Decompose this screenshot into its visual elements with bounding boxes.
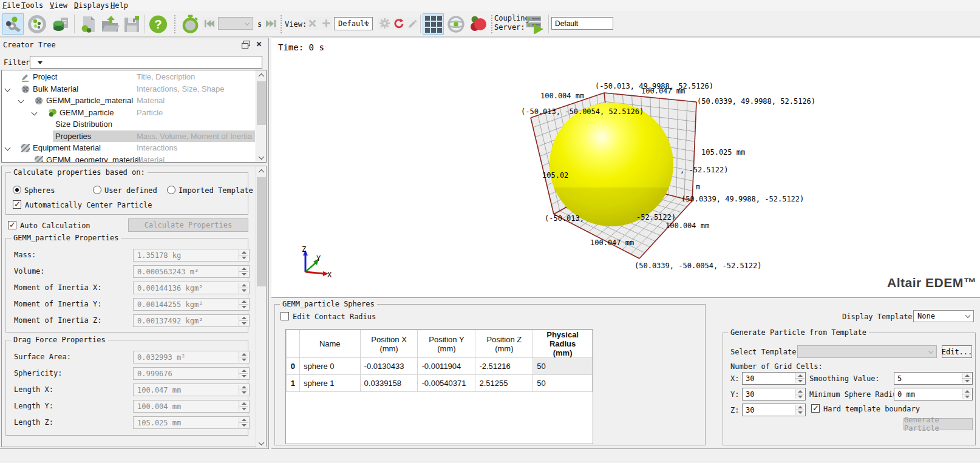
simulator-mode-button[interactable] [26, 13, 47, 35]
help-button[interactable]: ? [148, 13, 169, 35]
toolbar-drag-handle[interactable] [174, 15, 177, 33]
cell-position-x[interactable]: 0.0339158 [360, 375, 418, 392]
edit-contact-radius-checkbox[interactable] [281, 312, 289, 320]
cell-position-z[interactable]: -2.51216 [475, 358, 533, 375]
calculate-properties-button[interactable]: Calculate Properties [128, 218, 248, 232]
filter-combo[interactable] [30, 56, 262, 69]
drag-length-z-field[interactable]: 105.025 mm [133, 416, 250, 429]
particle-mass-field[interactable]: 1.35178 kg [133, 249, 250, 262]
drag-length-x-field[interactable]: 100.047 mm [133, 384, 250, 396]
scrollbar-thumb[interactable] [257, 81, 266, 125]
toolbar-drag-handle[interactable] [280, 15, 283, 33]
menu-tools[interactable]: Tools [21, 1, 43, 10]
column-header-position-y[interactable]: Position Y(mm) [418, 330, 475, 358]
display-templates-combo[interactable]: None [913, 310, 974, 322]
save-button[interactable] [121, 13, 142, 35]
menu-file[interactable]: File [2, 1, 20, 10]
time-step-back-button[interactable] [202, 17, 217, 30]
tree-item-gemm-particle-material[interactable]: GEMM_particle_materialMaterial [2, 95, 256, 107]
spinner-buttons[interactable] [239, 283, 248, 293]
chevron-down-icon[interactable] [5, 145, 11, 151]
tree-item-properties[interactable]: PropertiesMass, Volume, Moment of Inerti… [2, 130, 256, 143]
tree-item-equipment-material[interactable]: Equipment MaterialInteractions [2, 142, 256, 154]
reset-view-button[interactable] [392, 17, 405, 30]
tree-item-gemm-geometry-material[interactable]: GEMM_geometry_materialMaterial [2, 154, 256, 163]
drag-surface-area-field[interactable]: 0.032993 m² [133, 351, 250, 363]
chevron-down-icon[interactable] [18, 98, 24, 104]
menu-view[interactable]: View [50, 1, 67, 10]
particle-volume-field[interactable]: 0.000563243 m³ [133, 265, 250, 278]
cell-position-z[interactable]: 2.51255 [475, 375, 533, 392]
tree-item-bulk-material[interactable]: Bulk MaterialInteractions, Size, Shape [2, 83, 256, 95]
column-header-physical-radius[interactable]: Physical Radius(mm) [533, 330, 593, 358]
scroll-down-button[interactable] [257, 438, 266, 448]
cell-position-y[interactable]: -0.00540371 [418, 375, 475, 392]
add-view-button[interactable] [319, 17, 333, 30]
menu-help[interactable]: Help [111, 1, 128, 10]
spinner-buttons[interactable] [962, 389, 971, 399]
cell-name[interactable]: sphere 1 [299, 375, 360, 392]
coupling-config-input[interactable] [551, 17, 613, 30]
orbit-view-button[interactable] [445, 13, 466, 35]
particle-moment-of-inertia-y-field[interactable]: 0.00144255 kgm² [133, 298, 250, 311]
scrollbar-thumb[interactable] [257, 177, 266, 286]
properties-scrollbar[interactable] [256, 166, 266, 448]
delete-view-button[interactable] [305, 17, 319, 30]
toolbar-drag-handle[interactable] [491, 15, 494, 33]
spinner-buttons[interactable] [239, 417, 248, 428]
creator-mode-button[interactable] [2, 13, 24, 35]
new-project-button[interactable] [77, 13, 98, 35]
open-button[interactable] [99, 13, 120, 35]
drag-length-y-field[interactable]: 100.004 mm [133, 400, 250, 413]
spinner-buttons[interactable] [239, 266, 248, 277]
analyst-mode-button[interactable] [50, 13, 71, 35]
coupling-server-button[interactable] [523, 13, 546, 35]
select-template-combo[interactable] [797, 345, 937, 358]
min-sphere-radius-spinbox[interactable]: 0 mm [894, 388, 973, 400]
spinner-buttons[interactable] [239, 352, 248, 362]
auto-calculation-checkbox[interactable] [8, 221, 16, 229]
time-controls-button[interactable] [180, 13, 201, 35]
cell-physical-radius[interactable]: 50 [533, 358, 593, 375]
spinner-buttons[interactable] [239, 316, 248, 326]
tree-item-size-distribution[interactable]: Size Distribution [2, 118, 256, 130]
viewport-3d[interactable]: ZYX Time: 0 s (-50.013, 49.9988, 52.5126… [271, 38, 980, 297]
smoothing-spinbox[interactable]: 5 [894, 372, 973, 385]
particle-scene[interactable]: ZYX [271, 38, 980, 298]
cell-position-x[interactable]: -0.0130433 [360, 358, 418, 375]
cell-position-y[interactable]: -0.0011904 [418, 358, 475, 375]
spinner-buttons[interactable] [239, 368, 248, 379]
edit-template-button[interactable]: Edit... [942, 345, 972, 358]
spinner-buttons[interactable] [239, 250, 248, 260]
scroll-down-button[interactable] [257, 152, 266, 162]
time-step-forward-button[interactable] [264, 17, 278, 30]
table-row[interactable]: 1sphere 10.0339158-0.005403712.5125550 [287, 375, 593, 392]
particles-display-button[interactable] [468, 13, 489, 35]
particle-moment-of-inertia-x-field[interactable]: 0.00144136 kgm² [133, 282, 250, 294]
spinner-buttons[interactable] [962, 373, 971, 384]
spinner-buttons[interactable] [239, 385, 248, 395]
hard-template-boundary-checkbox[interactable] [811, 404, 820, 413]
grid-cells-y-spinbox[interactable]: 30 [742, 388, 806, 400]
tree-item-project[interactable]: ProjectTitle, Description [2, 71, 256, 83]
cell-name[interactable]: sphere 0 [299, 358, 360, 375]
spinner-buttons[interactable] [239, 401, 248, 411]
auto-center-checkbox[interactable] [13, 200, 21, 209]
column-header-name[interactable]: Name [299, 330, 360, 358]
scroll-up-button[interactable] [257, 166, 266, 176]
view-settings-button[interactable] [378, 17, 391, 30]
generate-particle-button[interactable]: Generate Particle [903, 418, 973, 430]
drag-sphericity-field[interactable]: 0.999676 [133, 367, 250, 380]
spinner-buttons[interactable] [239, 299, 248, 309]
menu-displays[interactable]: Displays [74, 1, 109, 10]
table-row[interactable]: 0sphere 0-0.0130433-0.0011904-2.5121650 [287, 358, 593, 375]
tree-item-gemm-particle[interactable]: GEMM_particleParticle [2, 107, 256, 119]
close-panel-button[interactable]: ✕ [254, 40, 264, 49]
time-select-combo[interactable] [218, 17, 253, 30]
scroll-up-button[interactable] [257, 70, 266, 80]
spinner-buttons[interactable] [795, 373, 805, 384]
grid-cells-x-spinbox[interactable]: 30 [742, 372, 806, 385]
cell-physical-radius[interactable]: 50 [533, 375, 593, 392]
view-preset-combo[interactable]: Default [334, 17, 373, 30]
particle-moment-of-inertia-z-field[interactable]: 0.00137492 kgm² [133, 314, 250, 327]
